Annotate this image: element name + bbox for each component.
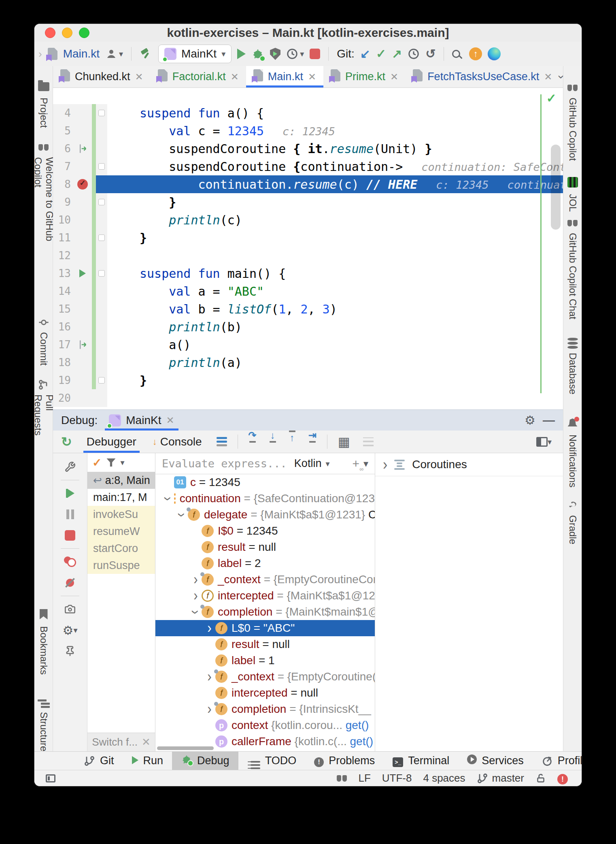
code-line-10[interactable]: 10 println(c) [53, 211, 563, 229]
breadcrumb[interactable]: Main.kt [63, 47, 100, 60]
stop-button[interactable] [310, 49, 320, 59]
sidebar-item-github-copilot-chat[interactable]: GitHub Copilot Chat [567, 217, 578, 319]
show-execution-point-button[interactable] [212, 431, 232, 453]
gear-icon[interactable]: ⚙ [525, 413, 535, 427]
chevron-right-icon[interactable]: › [38, 48, 42, 60]
variable-row[interactable]: ›f_context = {EmptyCoroutine( [155, 669, 375, 685]
stop-button[interactable] [53, 525, 87, 546]
stack-frame[interactable]: startCoro [87, 540, 155, 557]
status-error[interactable]: ! [557, 772, 568, 784]
minimize-panel-icon[interactable]: — [543, 413, 555, 427]
sidebar-item-notifications[interactable]: Notifications [567, 418, 578, 488]
update-available-icon[interactable]: ↑ [469, 47, 482, 60]
view-breakpoints-button[interactable] [53, 551, 87, 572]
close-icon[interactable]: ✕ [135, 71, 143, 83]
editor-scrollbar[interactable] [551, 145, 561, 230]
code-line-8[interactable]: 8 continuation.resume(c) // HEREc: 12345… [53, 175, 563, 193]
sidebar-item-gradle[interactable]: Gradle [567, 500, 578, 544]
variable-row[interactable]: ›fcompletion = {IntrinsicsKt__ [155, 701, 375, 717]
close-icon[interactable]: ✕ [142, 736, 151, 748]
variable-row[interactable]: ›f_context = {EmptyCoroutineCor [155, 571, 375, 588]
breakpoint-icon[interactable] [77, 179, 88, 190]
code-line-20[interactable]: 20 [53, 389, 563, 407]
evaluate-expression-bar[interactable]: Evaluate express... Kotlin ▾ +∞ ▾ [155, 453, 375, 474]
sidebar-item-database[interactable]: Database [567, 332, 578, 394]
fold-marker-icon[interactable] [98, 377, 105, 384]
chevron-right-icon[interactable]: › [189, 590, 202, 602]
variable-row[interactable]: fresult = null [155, 539, 375, 555]
sidebar-item-project[interactable]: Project [38, 82, 49, 128]
debug-session-tab[interactable]: MainKt ✕ [105, 410, 178, 431]
settings-wrench-icon[interactable] [53, 456, 87, 477]
close-icon[interactable]: ✕ [544, 71, 552, 83]
tab-main-kt[interactable]: Main.kt✕ [246, 66, 323, 87]
toolwindow-profiler[interactable]: Profiler [533, 752, 582, 770]
chevron-down-icon[interactable]: › [162, 492, 174, 505]
git-history-button[interactable] [408, 48, 420, 60]
layout-icon[interactable] [46, 774, 55, 782]
code-line-16[interactable]: 16 println(b) [53, 318, 563, 336]
sidebar-item-commit[interactable]: Commit [38, 317, 49, 366]
run-line-icon[interactable] [79, 269, 86, 277]
tab-factorial-kt[interactable]: Factorial.kt✕ [151, 66, 246, 87]
chevron-down-icon[interactable]: ▾ [363, 458, 368, 469]
rerun-icon[interactable]: ↻ [56, 431, 77, 453]
code-with-me-icon[interactable] [488, 47, 501, 60]
code-line-11[interactable]: 11} [53, 229, 563, 247]
run-configuration-select[interactable]: MainKt ▾ [158, 45, 232, 63]
close-icon[interactable]: ✕ [390, 71, 398, 83]
sidebar-item-jol[interactable]: JOL [567, 177, 578, 212]
variable-row[interactable]: 01c = 12345 [155, 474, 375, 490]
code-line-9[interactable]: 9 } [53, 193, 563, 211]
code-line-15[interactable]: 15 val b = listOf(1, 2, 3) [53, 300, 563, 318]
coroutines-group[interactable]: › Coroutines [375, 453, 563, 476]
fold-marker-icon[interactable] [98, 234, 105, 241]
code-line-14[interactable]: 14 val a = "ABC" [53, 282, 563, 300]
tab-console[interactable]: ↓Console [146, 431, 208, 453]
step-out-button[interactable]: ↑ [284, 431, 300, 453]
close-icon[interactable]: ✕ [166, 415, 174, 426]
search-icon[interactable] [452, 50, 460, 58]
stack-frame[interactable]: resumeW [87, 523, 155, 540]
pin-button[interactable] [53, 641, 87, 662]
stack-frame[interactable]: runSuspe [87, 557, 155, 574]
close-icon[interactable]: ✕ [231, 71, 239, 83]
debug-button[interactable] [251, 47, 264, 60]
code-line-5[interactable]: 5 val c = 12345c: 12345 [53, 122, 563, 140]
variable-row[interactable]: ›fdelegate = {MainKt$a$1@1231} Co [155, 507, 375, 523]
toolwindow-run[interactable]: Run [123, 752, 172, 770]
toolwindow-git[interactable]: Git [75, 752, 123, 770]
step-over-button[interactable]: ↷ [244, 431, 261, 453]
evaluate-language-select[interactable]: Kotlin [294, 457, 322, 470]
code-editor[interactable]: 4suspend fun a() {5 val c = 12345c: 1234… [53, 88, 563, 409]
fold-marker-icon[interactable] [98, 110, 105, 116]
status-utf-8[interactable]: UTF-8 [382, 772, 412, 784]
chevron-right-icon[interactable]: › [189, 573, 202, 586]
add-watch-icon[interactable]: +∞ [352, 457, 359, 471]
close-icon[interactable]: ✕ [308, 71, 316, 83]
code-line-19[interactable]: 19} [53, 371, 563, 389]
mute-breakpoints-button[interactable] [358, 431, 378, 453]
variable-row[interactable]: fI$0 = 12345 [155, 523, 375, 539]
run-to-cursor-button[interactable]: ⇥ [304, 431, 321, 453]
variable-row[interactable]: ›fL$0 = "ABC" [155, 620, 375, 636]
evaluate-expression-button[interactable]: ▦ [333, 431, 355, 453]
toolwindow-terminal[interactable]: >_Terminal [384, 752, 458, 770]
git-push-icon[interactable]: ↗ [392, 48, 402, 60]
sidebar-item-welcome-to-github-copilot[interactable]: Welcome to GitHub Copilot [34, 142, 55, 268]
sidebar-item-structure[interactable]: Structure [38, 693, 50, 751]
pause-button[interactable] [53, 504, 87, 525]
status-copilot[interactable] [337, 772, 347, 784]
variable-row[interactable]: flabel = 1 [155, 652, 375, 669]
variable-row[interactable]: pcontext {kotlin.corou... get() [155, 717, 375, 733]
variable-row[interactable]: ›continuation = {SafeContinuation@123 [155, 490, 375, 507]
code-line-17[interactable]: 17 a() [53, 336, 563, 354]
profiler-button[interactable]: ▾ [286, 48, 304, 60]
run-button[interactable] [237, 49, 246, 59]
fold-marker-icon[interactable] [98, 199, 105, 205]
mute-breakpoints-button[interactable] [53, 572, 87, 593]
variable-row[interactable]: ›fcompletion = {MainKt$main$1@ [155, 604, 375, 620]
step-into-button[interactable]: ↓ [265, 431, 281, 453]
fold-marker-icon[interactable] [98, 163, 105, 170]
code-line-18[interactable]: 18 println(a) [53, 354, 563, 371]
